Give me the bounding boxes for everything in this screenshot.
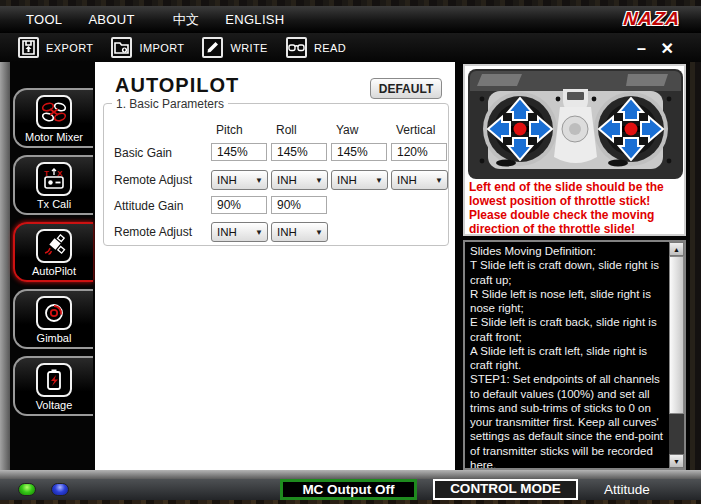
read-button[interactable]: READ xyxy=(286,37,346,58)
info-line: Slides Moving Definition: xyxy=(470,244,668,258)
blue-led-indicator xyxy=(51,483,69,496)
default-button[interactable]: DEFAULT xyxy=(370,78,442,99)
mc-output-status: MC Output Off xyxy=(280,479,417,500)
attitude-gain-label: Attitude Gain xyxy=(114,199,183,213)
naza-assistant-window: TOOL ABOUT 中文 ENGLISH NAZA EXPORT IMPORT… xyxy=(0,0,701,504)
instructions-panel: Slides Moving Definition: T Slide left i… xyxy=(463,240,686,470)
basic-gain-pitch-input[interactable] xyxy=(211,143,267,161)
info-line: E Slide left is craft back, slide right … xyxy=(470,315,668,344)
control-mode-label: CONTROL MODE xyxy=(433,479,578,500)
window-left-frame xyxy=(0,62,10,470)
sidebar: Motor Mixer T X Tx Cali xyxy=(10,62,95,470)
scrollbar-thumb[interactable] xyxy=(669,256,684,414)
autopilot-icon xyxy=(36,229,72,263)
export-icon xyxy=(18,37,39,58)
throttle-warning-panel: Left end of the slide should be the lowe… xyxy=(463,64,686,236)
page-title: AUTOPILOT xyxy=(115,74,239,97)
sidebar-tab-motor-mixer[interactable]: Motor Mixer xyxy=(13,88,93,148)
status-divider xyxy=(0,470,701,479)
remote-adjust-roll-select[interactable]: INH▼ xyxy=(271,170,328,190)
menu-chinese[interactable]: 中文 xyxy=(173,11,200,29)
basic-gain-label: Basic Gain xyxy=(114,146,172,160)
transmitter-image xyxy=(468,69,683,179)
menu-bar: TOOL ABOUT 中文 ENGLISH NAZA xyxy=(0,6,701,33)
menu-english[interactable]: ENGLISH xyxy=(225,12,284,27)
info-line: A Slide left is craft left, slide right … xyxy=(470,344,668,373)
column-header-pitch: Pitch xyxy=(216,123,243,137)
import-button[interactable]: IMPORT xyxy=(111,37,184,58)
column-header-vertical: Vertical xyxy=(396,123,435,137)
export-button[interactable]: EXPORT xyxy=(18,37,93,58)
attitude-gain-pitch-input[interactable] xyxy=(211,196,267,214)
motor-mixer-icon xyxy=(36,95,72,129)
sidebar-tab-voltage[interactable]: Voltage xyxy=(13,356,93,416)
chevron-down-icon: ▼ xyxy=(315,228,323,237)
status-bar: MC Output Off CONTROL MODE Attitude xyxy=(0,479,701,500)
window-bottom-frame xyxy=(0,500,701,504)
minimize-button[interactable]: – xyxy=(637,41,646,57)
instructions-scrollbar[interactable]: ▲ ▼ xyxy=(669,242,684,468)
remote-adjust-label-2: Remote Adjust xyxy=(114,225,192,239)
autopilot-page: AUTOPILOT DEFAULT 1. Basic Parameters Pi… xyxy=(95,62,455,470)
column-header-roll: Roll xyxy=(276,123,297,137)
attitude-remote-adjust-pitch-select[interactable]: INH▼ xyxy=(211,222,268,242)
naza-logo: NAZA xyxy=(618,6,687,32)
menu-about[interactable]: ABOUT xyxy=(88,12,134,27)
throttle-warning-text: Left end of the slide should be the lowe… xyxy=(469,180,683,236)
import-icon xyxy=(111,37,132,58)
scroll-down-icon[interactable]: ▼ xyxy=(669,454,684,468)
remote-adjust-pitch-select[interactable]: INH▼ xyxy=(211,170,268,190)
basic-parameters-group: 1. Basic Parameters Pitch Roll Yaw Verti… xyxy=(103,103,449,246)
info-line: STEP1: Set endpoints of all channels to … xyxy=(470,372,668,470)
column-header-yaw: Yaw xyxy=(336,123,358,137)
close-button[interactable]: ✕ xyxy=(661,41,674,57)
info-line: T Slide left is craft down, slide right … xyxy=(470,258,668,287)
info-line: R Slide left is nose left, slide right i… xyxy=(470,287,668,316)
gimbal-icon xyxy=(36,296,72,330)
flight-mode-status: Attitude xyxy=(604,482,650,497)
chevron-down-icon: ▼ xyxy=(435,176,443,185)
group-legend: 1. Basic Parameters xyxy=(112,97,228,111)
green-led-indicator xyxy=(18,483,36,496)
basic-gain-roll-input[interactable] xyxy=(271,143,327,161)
remote-adjust-vertical-select[interactable]: INH▼ xyxy=(391,170,448,190)
write-button[interactable]: WRITE xyxy=(202,37,267,58)
toolbar: EXPORT IMPORT WRITE READ – ✕ xyxy=(0,33,701,62)
remote-adjust-yaw-select[interactable]: INH▼ xyxy=(331,170,388,190)
chevron-down-icon: ▼ xyxy=(255,228,263,237)
write-icon xyxy=(202,37,223,58)
read-icon xyxy=(286,37,307,58)
sidebar-tab-tx-cali[interactable]: T X Tx Cali xyxy=(13,155,93,215)
scroll-up-icon[interactable]: ▲ xyxy=(669,242,684,256)
chevron-down-icon: ▼ xyxy=(375,176,383,185)
remote-adjust-label-1: Remote Adjust xyxy=(114,173,192,187)
tx-cali-icon: T X xyxy=(36,162,72,196)
menu-tool[interactable]: TOOL xyxy=(26,12,62,27)
chevron-down-icon: ▼ xyxy=(315,176,323,185)
attitude-remote-adjust-roll-select[interactable]: INH▼ xyxy=(271,222,328,242)
instructions-text: Slides Moving Definition: T Slide left i… xyxy=(470,244,668,470)
sidebar-tab-gimbal[interactable]: Gimbal xyxy=(13,289,93,349)
chevron-down-icon: ▼ xyxy=(255,176,263,185)
basic-gain-vertical-input[interactable] xyxy=(391,143,447,161)
voltage-icon xyxy=(36,363,72,397)
sidebar-tab-autopilot[interactable]: AutoPilot xyxy=(13,222,93,282)
attitude-gain-roll-input[interactable] xyxy=(271,196,327,214)
basic-gain-yaw-input[interactable] xyxy=(331,143,387,161)
